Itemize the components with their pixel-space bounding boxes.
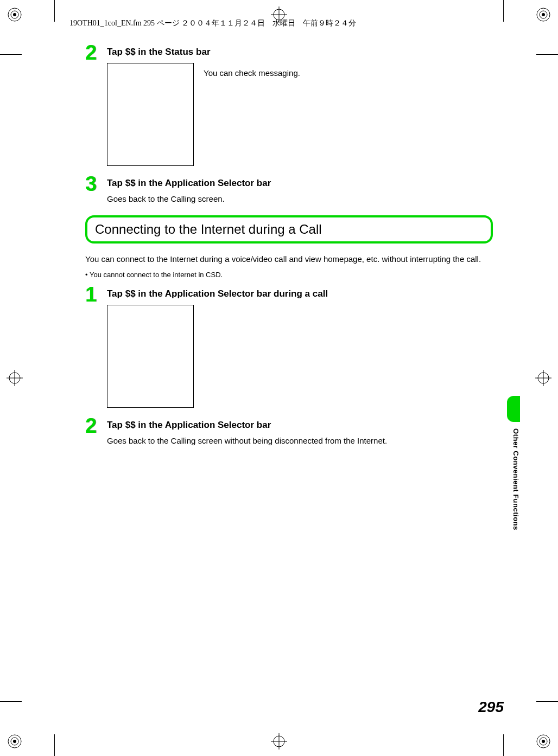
step-description: Goes back to the Calling screen.	[107, 193, 493, 204]
crop-line	[536, 54, 558, 55]
step-number: 3	[85, 172, 97, 196]
step-2b: 2 Tap $$ in the Application Selector bar…	[85, 420, 493, 446]
page-content: 2 Tap $$ in the Status bar You can check…	[85, 47, 493, 454]
crop-line	[503, 0, 504, 22]
step-3: 3 Tap $$ in the Application Selector bar…	[85, 178, 493, 204]
crop-mark-icon	[7, 7, 23, 23]
crop-line	[0, 54, 22, 55]
crop-line	[54, 734, 55, 756]
step-number: 1	[85, 283, 97, 306]
crop-line	[536, 701, 558, 702]
crop-mark-icon	[535, 733, 551, 749]
svg-point-8	[13, 740, 16, 743]
side-section-label: Other Convenient Functions	[512, 428, 520, 530]
step-number: 2	[85, 41, 97, 65]
step-title: Tap $$ in the Application Selector bar	[107, 178, 493, 189]
crop-line	[54, 0, 55, 22]
section-intro: You can connect to the Internet during a…	[85, 253, 493, 265]
step-title: Tap $$ in the Application Selector bar	[107, 420, 493, 431]
crop-line	[503, 734, 504, 756]
section-note: You cannot connect to the internet in CS…	[85, 271, 493, 279]
screenshot-placeholder	[107, 63, 194, 166]
registration-mark-icon	[535, 370, 551, 386]
step-title: Tap $$ in the Status bar	[107, 47, 493, 57]
page-number: 295	[478, 699, 504, 716]
crop-mark-icon	[535, 7, 551, 23]
crop-mark-icon	[7, 733, 23, 749]
svg-point-2	[13, 13, 16, 16]
registration-mark-icon	[7, 370, 23, 386]
thumb-tab	[507, 396, 520, 422]
step-description: Goes back to the Calling screen without …	[107, 435, 493, 446]
step-number: 2	[85, 414, 97, 438]
step-2: 2 Tap $$ in the Status bar You can check…	[85, 47, 493, 166]
page-header-meta: 19OTH01_1col_EN.fm 295 ページ ２００４年１１月２４日 水…	[69, 18, 356, 28]
section-heading: Connecting to the Internet during a Call	[85, 215, 493, 244]
crop-line	[0, 701, 22, 702]
screenshot-placeholder	[107, 305, 194, 408]
step-title: Tap $$ in the Application Selector bar d…	[107, 289, 493, 299]
registration-mark-icon	[271, 733, 287, 749]
svg-point-11	[542, 740, 545, 743]
svg-point-5	[542, 13, 545, 16]
step-1: 1 Tap $$ in the Application Selector bar…	[85, 289, 493, 408]
step-description: You can check messaging.	[204, 67, 300, 79]
